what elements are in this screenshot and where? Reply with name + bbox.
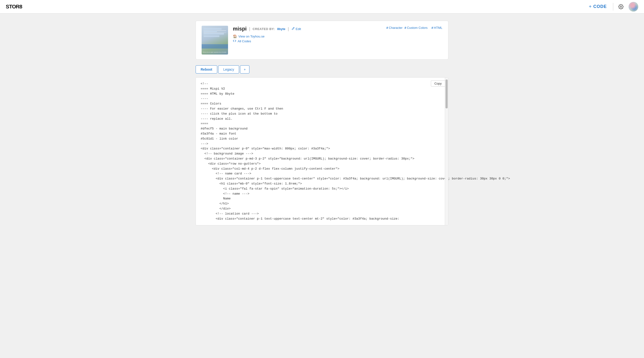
- svg-line-1: [294, 28, 294, 28]
- scrollbar-thumb: [446, 80, 448, 108]
- character-info: mispi | CREATED BY: 8byte | Edit 🏠 View …: [233, 26, 382, 43]
- code-content: <!-- ==== Mispi V2 ==== HTML by 8byte --…: [201, 82, 443, 221]
- tag-html[interactable]: # HTML: [431, 26, 442, 30]
- main-content: What do an open species by a funder misp…: [190, 14, 454, 232]
- copy-label: Copy: [434, 82, 442, 85]
- edit-label: Edit: [296, 27, 301, 31]
- thumb-line-1: [204, 28, 222, 30]
- tab-add-label: +: [244, 68, 246, 71]
- scrollbar-track[interactable]: [445, 78, 448, 225]
- code-container: Copy <!-- ==== Mispi V2 ==== HTML by 8by…: [196, 77, 448, 225]
- code-button[interactable]: + CODE: [586, 2, 609, 11]
- tag-html-label: HTML: [434, 26, 442, 30]
- character-thumbnail: What do an open species by a funder: [202, 26, 228, 54]
- nav-right: + CODE: [586, 2, 638, 12]
- creator-separator: |: [288, 26, 289, 32]
- house-icon: 🏠: [233, 34, 237, 38]
- edit-button[interactable]: Edit: [291, 27, 301, 31]
- thumb-line-2: [204, 30, 217, 32]
- character-links: 🏠 View on Toyhou.se All Codes: [233, 34, 382, 43]
- top-navigation: STOR8 + CODE: [0, 0, 644, 14]
- tab-reboot[interactable]: Reboot: [196, 65, 217, 74]
- thumbnail-text: What do an open species by a funder: [202, 52, 226, 53]
- toyhouse-link-label: View on Toyhou.se: [238, 34, 264, 38]
- code-label: CODE: [593, 4, 607, 9]
- tab-reboot-label: Reboot: [201, 68, 212, 71]
- thumb-line-4: [204, 35, 220, 37]
- plus-icon: +: [589, 4, 592, 9]
- app-logo: STOR8: [6, 4, 586, 10]
- tag-custom-colors-label: Custom Colors: [407, 26, 428, 30]
- code-brackets-icon: [233, 39, 236, 43]
- all-codes-link[interactable]: All Codes: [233, 39, 382, 43]
- name-separator: |: [249, 26, 250, 32]
- copy-button[interactable]: Copy: [431, 80, 445, 86]
- thumbnail-lines: [204, 28, 226, 38]
- toyhouse-link[interactable]: 🏠 View on Toyhou.se: [233, 34, 382, 38]
- user-avatar[interactable]: [628, 2, 638, 12]
- edit-icon: [291, 27, 294, 30]
- tag-custom-colors[interactable]: # Custom Colors: [404, 26, 428, 30]
- tag-character[interactable]: # Character: [386, 26, 402, 30]
- all-codes-label: All Codes: [238, 40, 251, 43]
- thumbnail-inner: What do an open species by a funder: [202, 26, 228, 54]
- tab-add[interactable]: +: [240, 65, 249, 74]
- character-card: What do an open species by a funder misp…: [196, 21, 448, 60]
- created-by-label: CREATED BY:: [252, 27, 275, 31]
- tab-legacy-label: Legacy: [223, 68, 234, 71]
- thumb-line-3: [204, 33, 224, 34]
- tab-legacy[interactable]: Legacy: [218, 65, 239, 74]
- svg-point-0: [620, 6, 622, 8]
- settings-gear-icon[interactable]: [617, 3, 625, 10]
- tag-character-label: Character: [389, 26, 402, 30]
- thumbnail-blue-bar: [202, 44, 228, 48]
- tabs-row: Reboot Legacy +: [196, 65, 448, 74]
- creator-link[interactable]: 8byte: [277, 27, 286, 31]
- character-tags: # Character # Custom Colors # HTML: [386, 26, 442, 30]
- avatar-image: [628, 2, 638, 12]
- character-name-row: mispi | CREATED BY: 8byte | Edit: [233, 26, 382, 32]
- character-name: mispi: [233, 26, 246, 32]
- nav-divider: [613, 3, 613, 10]
